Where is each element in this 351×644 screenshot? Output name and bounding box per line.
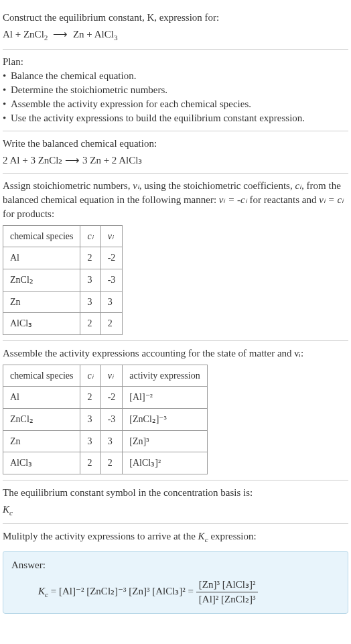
eq-lhs: Al + ZnCl xyxy=(3,29,44,40)
cell: 2 xyxy=(80,247,100,269)
plan-bullet: Use the activity expressions to build th… xyxy=(3,111,348,125)
section-stoich: Assign stoichiometric numbers, νᵢ, using… xyxy=(3,174,348,341)
th-nui: νᵢ xyxy=(100,225,123,247)
cell: 3 xyxy=(100,291,123,313)
balanced-header: Write the balanced chemical equation: xyxy=(3,137,348,151)
unbalanced-equation: Al + ZnCl2 ⟶ Zn + AlCl3 xyxy=(3,27,348,44)
nu-i: νᵢ xyxy=(133,180,139,191)
cell: 3 xyxy=(80,269,100,291)
cell: [Al]⁻² xyxy=(123,387,207,409)
cell: AlCl₃ xyxy=(3,313,80,335)
cell: -2 xyxy=(100,247,123,269)
cell: -3 xyxy=(100,269,123,291)
cell: [AlCl₃]² xyxy=(123,452,207,474)
answer-box: Answer: Kc = [Al]⁻² [ZnCl₂]⁻³ [Zn]³ [AlC… xyxy=(3,551,348,614)
section-balanced: Write the balanced chemical equation: 2 … xyxy=(3,131,348,174)
stoich-t2: , using the stoichiometric coefficients, xyxy=(139,180,295,191)
table-row: Zn 3 3 xyxy=(3,291,123,313)
kc-k: K xyxy=(198,531,205,541)
cell: 2 xyxy=(80,452,100,474)
stoich-t4: for reactants and xyxy=(247,194,319,205)
table-row: Al 2 -2 [Al]⁻² xyxy=(3,387,208,409)
cell: Zn xyxy=(3,430,80,452)
section-kc-symbol: The equilibrium constant symbol in the c… xyxy=(3,480,348,525)
plan-header: Plan: xyxy=(3,55,348,69)
c-i: cᵢ xyxy=(295,180,301,191)
final-t2: expression: xyxy=(208,531,257,541)
activity-header: Assemble the activity expressions accoun… xyxy=(3,346,348,361)
plan-bullet: Determine the stoichiometric numbers. xyxy=(3,83,348,97)
kc-c: c xyxy=(9,509,13,517)
arrow-icon: ⟶ xyxy=(53,27,68,42)
plan-bullets: Balance the chemical equation. Determine… xyxy=(3,69,348,125)
cell: 2 xyxy=(100,313,123,335)
table-header-row: chemical species cᵢ νᵢ xyxy=(3,225,123,247)
cell: Zn xyxy=(3,291,80,313)
kc-lhs: Kc xyxy=(38,586,48,596)
plan-bullet: Assemble the activity expression for eac… xyxy=(3,97,348,111)
final-header: Mulitply the activity expressions to arr… xyxy=(3,529,348,545)
intro-line1: Construct the equilibrium constant, K, e… xyxy=(3,12,219,23)
answer-equation: Kc = [Al]⁻² [ZnCl₂]⁻³ [Zn]³ [AlCl₃]² = [… xyxy=(11,578,340,606)
stoich-t5: for products: xyxy=(3,208,54,219)
cell: 3 xyxy=(80,408,100,430)
cell: [ZnCl₂]⁻³ xyxy=(123,408,207,430)
cell: -3 xyxy=(100,408,123,430)
kc-eq: = [Al]⁻² [ZnCl₂]⁻³ [Zn]³ [AlCl₃]² = xyxy=(48,586,196,596)
stoich-t1: Assign stoichiometric numbers, xyxy=(3,180,133,191)
kc-inline: Kc xyxy=(198,531,208,541)
th-species: chemical species xyxy=(3,225,80,247)
stoich-table: chemical species cᵢ νᵢ Al 2 -2 ZnCl₂ 3 -… xyxy=(3,225,123,335)
table-row: Al 2 -2 xyxy=(3,247,123,269)
table-row: ZnCl₂ 3 -3 xyxy=(3,269,123,291)
cell: AlCl₃ xyxy=(3,452,80,474)
eq-rhs: Zn + AlCl xyxy=(73,29,114,40)
eq-sub1: 2 xyxy=(44,34,48,42)
section-intro: Construct the equilibrium constant, K, e… xyxy=(3,5,348,50)
cell: 2 xyxy=(80,387,100,409)
table-header-row: chemical species cᵢ νᵢ activity expressi… xyxy=(3,365,208,387)
section-final: Mulitply the activity expressions to arr… xyxy=(3,524,348,619)
table-row: ZnCl₂ 3 -3 [ZnCl₂]⁻³ xyxy=(3,408,208,430)
activity-table: chemical species cᵢ νᵢ activity expressi… xyxy=(3,365,208,474)
eq-sub2: 3 xyxy=(114,34,118,42)
table-row: Zn 3 3 [Zn]³ xyxy=(3,430,208,452)
stoich-text: Assign stoichiometric numbers, νᵢ, using… xyxy=(3,179,348,221)
balanced-equation: 2 Al + 3 ZnCl₂ ⟶ 3 Zn + 2 AlCl₃ xyxy=(3,153,348,168)
rel2: νᵢ = cᵢ xyxy=(319,194,344,205)
intro-text: Construct the equilibrium constant, K, e… xyxy=(3,11,348,25)
cell: [Zn]³ xyxy=(123,430,207,452)
section-activity: Assemble the activity expressions accoun… xyxy=(3,341,348,480)
th-activity: activity expression xyxy=(123,365,207,387)
section-plan: Plan: Balance the chemical equation. Det… xyxy=(3,50,348,131)
plan-bullet: Balance the chemical equation. xyxy=(3,69,348,83)
final-t1: Mulitply the activity expressions to arr… xyxy=(3,531,198,541)
kc-header: The equilibrium constant symbol in the c… xyxy=(3,486,348,500)
th-nui: νᵢ xyxy=(100,365,123,387)
table-row: AlCl₃ 2 2 [AlCl₃]² xyxy=(3,452,208,474)
th-species: chemical species xyxy=(3,365,80,387)
kc-k: K xyxy=(38,586,45,596)
cell: Al xyxy=(3,387,80,409)
th-ci: cᵢ xyxy=(80,225,100,247)
answer-label: Answer: xyxy=(11,558,340,572)
cell: ZnCl₂ xyxy=(3,408,80,430)
th-ci: cᵢ xyxy=(80,365,100,387)
kc-symbol: Kc xyxy=(3,503,348,519)
cell: 2 xyxy=(80,313,100,335)
frac-num: [Zn]³ [AlCl₃]² xyxy=(196,578,259,592)
cell: Al xyxy=(3,247,80,269)
frac-den: [Al]² [ZnCl₂]³ xyxy=(196,592,259,606)
kc-k: K xyxy=(3,504,9,515)
cell: 3 xyxy=(100,430,123,452)
cell: 2 xyxy=(100,452,123,474)
cell: 3 xyxy=(80,430,100,452)
table-row: AlCl₃ 2 2 xyxy=(3,313,123,335)
cell: ZnCl₂ xyxy=(3,269,80,291)
cell: 3 xyxy=(80,291,100,313)
fraction: [Zn]³ [AlCl₃]²[Al]² [ZnCl₂]³ xyxy=(196,578,259,606)
cell: -2 xyxy=(100,387,123,409)
rel1: νᵢ = -cᵢ xyxy=(219,194,247,205)
